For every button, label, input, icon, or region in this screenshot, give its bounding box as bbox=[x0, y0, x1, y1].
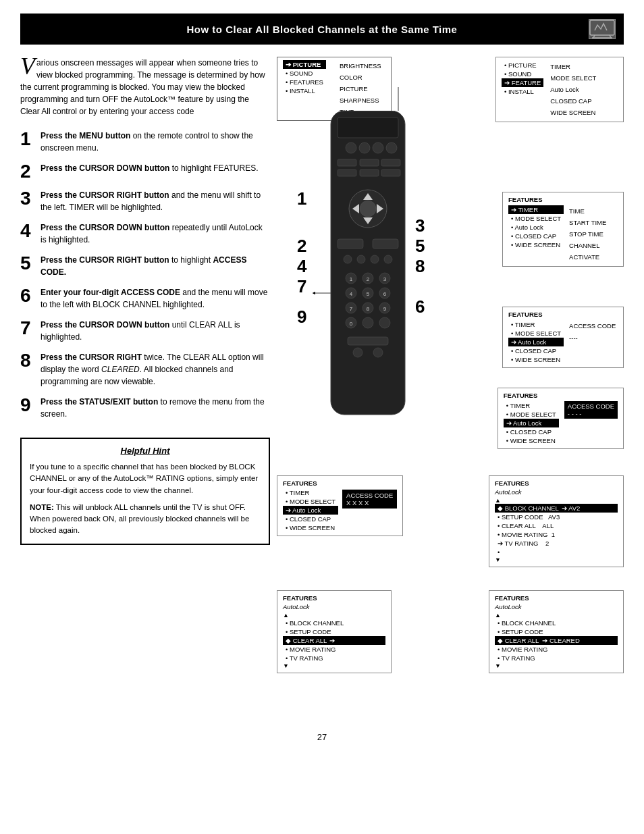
fcl-subtitle: AutoLock bbox=[495, 603, 618, 610]
svg-rect-23 bbox=[373, 239, 398, 249]
step-2-bold: Press the CURSOR DOWN button bbox=[41, 163, 169, 173]
fca-movie: • MOVIE RATING bbox=[283, 645, 385, 654]
step-3-bold: Press the CURSOR RIGHT button bbox=[41, 190, 169, 200]
features-cleared-menu: FEATURES AutoLock ▲ • BLOCK CHANNEL • SE… bbox=[489, 590, 624, 673]
step-7-text: Press the CURSOR DOWN button until CLEAR… bbox=[41, 319, 270, 343]
fxx-title: FEATURES bbox=[283, 479, 397, 487]
ft-autolock: • Auto Lock bbox=[508, 223, 564, 232]
svg-point-27 bbox=[384, 255, 392, 263]
fae-right: ACCESS CODE- - - - bbox=[564, 401, 618, 445]
ft-closed: • CLOSED CAP bbox=[508, 232, 564, 240]
page: How to Clear All Blocked Channels at the… bbox=[0, 0, 644, 834]
svg-rect-0 bbox=[590, 20, 614, 35]
hint-title: Helpful Hint bbox=[30, 446, 261, 456]
step-6-number: 6 bbox=[20, 286, 35, 305]
title-icon bbox=[589, 19, 616, 39]
fae-timer: • TIMER bbox=[504, 401, 559, 410]
step-num-4-overlay: 4 bbox=[297, 256, 306, 277]
step-6: 6 Enter your four-digit ACCESS CODE and … bbox=[20, 286, 270, 311]
step-4-number: 4 bbox=[20, 221, 35, 240]
features-timer-menu: FEATURES ➔ TIMER • MODE SELECT • Auto Lo… bbox=[502, 192, 624, 267]
fa-mode: • MODE SELECT bbox=[508, 329, 564, 338]
intro-body: arious onscreen messages will appear whe… bbox=[20, 58, 265, 116]
svg-text:8: 8 bbox=[367, 306, 370, 312]
fxx-wide: • WIDE SCREEN bbox=[283, 523, 338, 532]
svg-rect-50 bbox=[348, 337, 388, 345]
menu-picture-highlight: ➔ PICTURE bbox=[283, 60, 326, 69]
drop-cap: V bbox=[20, 57, 35, 76]
step-3-number: 3 bbox=[20, 189, 35, 208]
step-num-1-overlay: 1 bbox=[297, 188, 306, 209]
features-block-channel-menu: FEATURES AutoLock ▲ ◆ BLOCK CHANNEL ➔ AV… bbox=[489, 475, 624, 567]
fxx-code-box: ACCESS CODEX X X X bbox=[342, 490, 397, 509]
fbc-dot: • bbox=[495, 548, 618, 556]
features-access-menu: FEATURES • TIMER • MODE SELECT ➔ Auto Lo… bbox=[502, 307, 624, 368]
fca-up: ▲ bbox=[283, 612, 385, 619]
ft-title: FEATURES bbox=[508, 196, 618, 203]
fae-autolock-hl: ➔ Auto Lock bbox=[504, 419, 559, 427]
step-num-7-overlay: 7 bbox=[297, 276, 306, 297]
svg-point-48 bbox=[363, 317, 373, 328]
step-1-number: 1 bbox=[20, 130, 35, 149]
features-clearall-menu: FEATURES AutoLock ▲ • BLOCK CHANNEL • SE… bbox=[277, 590, 392, 673]
fcl-clearall-hl: ◆ CLEAR ALL ➔ CLEARED bbox=[495, 636, 618, 645]
step-5: 5 Press the CURSOR RIGHT button to highl… bbox=[20, 254, 270, 278]
step-8-bold: Press the CURSOR RIGHT bbox=[41, 353, 142, 362]
step-8-number: 8 bbox=[20, 351, 35, 370]
fbc-tv: ➔ TV RATING 2 bbox=[495, 539, 618, 548]
intro-text: V arious onscreen messages will appear w… bbox=[20, 57, 270, 118]
ft-wide: • WIDE SCREEN bbox=[508, 240, 564, 249]
fm1-feature-highlight: ➔ FEATURE bbox=[502, 78, 543, 87]
fae-wide: • WIDE SCREEN bbox=[504, 436, 559, 445]
step-4: 4 Press the CURSOR DOWN button repeatedl… bbox=[20, 221, 270, 246]
fcl-setup: • SETUP CODE bbox=[495, 627, 618, 636]
fbc-title: FEATURES bbox=[495, 479, 618, 487]
fa-right: ACCESS CODE---- bbox=[569, 320, 616, 364]
step-8-em: CLEARED bbox=[101, 365, 140, 374]
step-1: 1 Press the MENU button on the remote co… bbox=[20, 130, 270, 154]
step-3: 3 Press the CURSOR RIGHT button and the … bbox=[20, 189, 270, 213]
fa-closed: • CLOSED CAP bbox=[508, 346, 564, 355]
menu-sound: • SOUND bbox=[283, 69, 326, 78]
step-7-bold: Press the CURSOR DOWN button bbox=[41, 320, 169, 330]
hint-box: Helpful Hint If you tune to a specific c… bbox=[20, 438, 270, 545]
svg-point-8 bbox=[373, 142, 383, 153]
step-6-text: Enter your four-digit ACCESS CODE and th… bbox=[41, 286, 270, 311]
svg-text:9: 9 bbox=[383, 306, 387, 312]
step-9: 9 Press the STATUS/EXIT button to remove… bbox=[20, 396, 270, 420]
fae-access-box: ACCESS CODE- - - - bbox=[564, 401, 618, 419]
svg-text:4: 4 bbox=[350, 291, 353, 297]
step-7-number: 7 bbox=[20, 319, 35, 338]
step-6-bold: Enter your four-digit ACCESS CODE bbox=[41, 288, 180, 297]
fa-timer: • TIMER bbox=[508, 320, 564, 329]
step-5-text: Press the CURSOR RIGHT button to highlig… bbox=[41, 254, 270, 278]
page-number: 27 bbox=[20, 732, 624, 742]
step-9-number: 9 bbox=[20, 396, 35, 415]
fcl-tv: • TV RATING bbox=[495, 654, 618, 662]
step-4-bold: Press the CURSOR DOWN button bbox=[41, 223, 169, 232]
fa-title: FEATURES bbox=[508, 311, 618, 318]
step-2: 2 Press the CURSOR DOWN button to highli… bbox=[20, 162, 270, 181]
features-access-entry-menu: FEATURES • TIMER • MODE SELECT ➔ Auto Lo… bbox=[498, 388, 624, 449]
step-1-text: Press the MENU button on the remote cont… bbox=[41, 130, 270, 154]
fxx-closed: • CLOSED CAP bbox=[283, 515, 338, 523]
svg-point-25 bbox=[357, 255, 365, 263]
svg-text:6: 6 bbox=[383, 291, 387, 297]
svg-point-24 bbox=[344, 255, 352, 263]
menu-install: • INSTALL bbox=[283, 86, 326, 95]
svg-point-9 bbox=[386, 142, 397, 153]
step-3-text: Press the CURSOR RIGHT button and the me… bbox=[41, 189, 270, 213]
fbc-down: ▼ bbox=[495, 556, 618, 563]
title-bar: How to Clear All Blocked Channels at the… bbox=[20, 14, 624, 45]
svg-rect-22 bbox=[338, 239, 363, 249]
steps-container: 1 Press the MENU button on the remote co… bbox=[20, 130, 270, 425]
step-9-text: Press the STATUS/EXIT button to remove t… bbox=[41, 396, 270, 420]
step-1-bold: Press the MENU button bbox=[41, 131, 130, 140]
svg-rect-15 bbox=[381, 170, 400, 176]
fbc-subtitle: AutoLock bbox=[495, 488, 618, 496]
svg-rect-11 bbox=[360, 159, 379, 166]
right-column: ➔ PICTURE • SOUND • FEATURES • INSTALL B… bbox=[277, 57, 624, 719]
step-num-9-overlay: 9 bbox=[297, 307, 306, 328]
hint-note: NOTE: This will unblock ALL channels unt… bbox=[30, 502, 261, 537]
ft-right: TIMESTART TIMESTOP TIMECHANNELACTIVATE bbox=[569, 205, 606, 263]
